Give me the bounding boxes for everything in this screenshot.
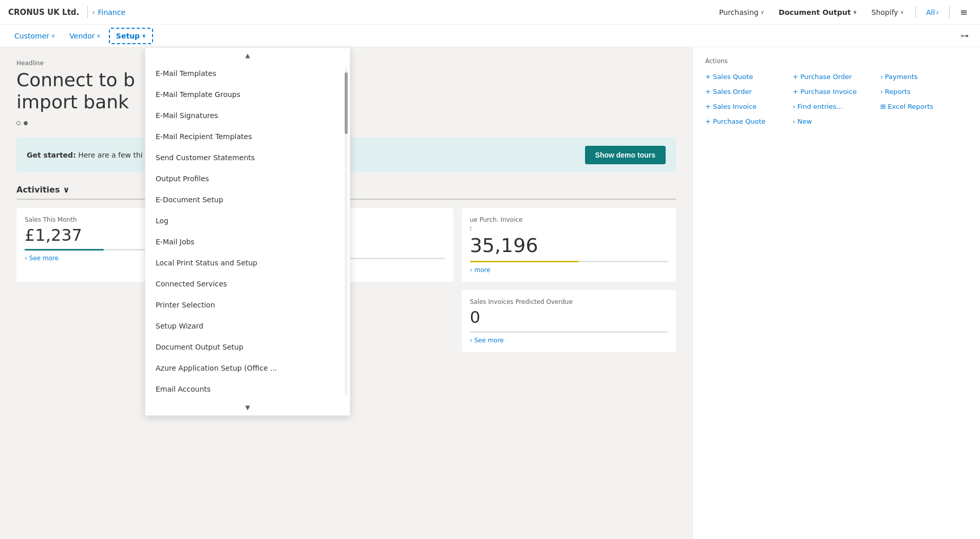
see-more-label-0: See more — [29, 255, 59, 262]
nav-setup[interactable]: Setup ∨ — [109, 28, 153, 44]
dropdown-item-output-profiles[interactable]: Output Profiles — [145, 168, 350, 189]
activity-sublabel-2: t — [470, 225, 668, 232]
nav-customer[interactable]: Customer ∨ — [8, 29, 61, 43]
see-more-2[interactable]: › more — [470, 266, 668, 274]
dropdown-item-email-template-groups[interactable]: E-Mail Template Groups — [145, 84, 350, 105]
activity-label-2: ue Purch. Invoice — [470, 216, 668, 223]
dropdown-item-email-jobs[interactable]: E-Mail Jobs — [145, 232, 350, 253]
top-nav-bar: CRONUS UK Ltd. ‹ Finance Purchasing ∨ Do… — [0, 0, 980, 25]
dropdown-item-document-output-setup[interactable]: Document Output Setup — [145, 337, 350, 358]
nav-all[interactable]: All › — [922, 5, 943, 20]
action-sales-order[interactable]: + Sales Order — [705, 86, 793, 98]
shopify-chevron-icon: ∨ — [900, 9, 904, 15]
dropdown-item-connected-services[interactable]: Connected Services — [145, 274, 350, 295]
activity-bar-3 — [470, 331, 668, 333]
reports-label: Reports — [885, 88, 911, 95]
sales-quote-icon: + — [705, 73, 711, 81]
action-sales-invoice[interactable]: + Sales Invoice — [705, 101, 793, 112]
scroll-down-button[interactable]: ▼ — [145, 400, 350, 415]
payments-label: Payments — [885, 73, 918, 81]
activity-bar-2 — [470, 261, 668, 262]
company-name: CRONUS UK Ltd. — [8, 8, 79, 17]
purchase-invoice-label: Purchase Invoice — [800, 88, 857, 95]
dropdown-item-email-templates[interactable]: E-Mail Templates — [145, 63, 350, 84]
see-more-label-2: more — [474, 266, 490, 274]
main-content: Headline Connect to bimport bank Get sta… — [0, 47, 980, 539]
show-demo-tours-button[interactable]: Show demo tours — [585, 146, 666, 164]
customer-label: Customer — [14, 32, 49, 40]
breadcrumb-chevron-icon: ‹ — [92, 8, 95, 16]
action-purchase-quote[interactable]: + Purchase Quote — [705, 116, 793, 127]
activity-label-3: Sales Invoices Predicted Overdue — [470, 298, 668, 305]
dropdown-item-email-accounts[interactable]: Email Accounts — [145, 379, 350, 400]
dropdown-item-email-recipient-templates[interactable]: E-Mail Recipient Templates — [145, 126, 350, 147]
nav-separator-2 — [949, 6, 950, 18]
hamburger-menu-button[interactable]: ≡ — [956, 4, 972, 21]
right-nav: Purchasing ∨ Document Output ∨ Shopify ∨… — [714, 4, 972, 21]
activity-value-2: 35,196 — [470, 234, 668, 257]
nav-breadcrumb[interactable]: ‹ Finance — [92, 8, 125, 16]
action-purchase-invoice[interactable]: + Purchase Invoice — [793, 86, 880, 98]
purchasing-label: Purchasing — [719, 8, 759, 16]
action-reports[interactable]: › Reports — [880, 86, 968, 98]
customer-chevron-icon: ∨ — [51, 33, 55, 38]
shopify-label: Shopify — [872, 8, 898, 16]
purchasing-chevron-icon: ∨ — [761, 9, 764, 15]
purchase-quote-icon: + — [705, 118, 711, 125]
carousel-dot-2[interactable] — [24, 121, 28, 125]
dropdown-item-local-print-status[interactable]: Local Print Status and Setup — [145, 253, 350, 274]
activity-bar-fill-2 — [470, 261, 579, 262]
action-excel-reports[interactable]: ⊞ Excel Reports — [880, 101, 968, 112]
dropdown-item-setup-wizard[interactable]: Setup Wizard — [145, 316, 350, 337]
purchase-order-label: Purchase Order — [800, 73, 852, 81]
dropdown-item-email-signatures[interactable]: E-Mail Signatures — [145, 105, 350, 126]
sales-order-label: Sales Order — [713, 88, 752, 95]
nav-document-output[interactable]: Document Output ∨ — [774, 5, 862, 20]
breadcrumb-finance[interactable]: Finance — [98, 8, 125, 16]
excel-reports-label: Excel Reports — [888, 103, 933, 110]
action-new[interactable]: › New — [793, 116, 880, 127]
second-nav-bar: Customer ∨ Vendor ∨ Setup ∨ ⊶ — [0, 25, 980, 47]
scroll-track — [345, 67, 348, 396]
new-label: New — [798, 118, 812, 125]
action-purchase-order[interactable]: + Purchase Order — [793, 71, 880, 83]
new-icon: › — [793, 118, 795, 125]
dropdown-item-printer-selection[interactable]: Printer Selection — [145, 295, 350, 316]
see-more-chevron-icon-0: › — [25, 255, 27, 262]
reports-icon: › — [880, 88, 883, 95]
see-more-3[interactable]: › See more — [470, 337, 668, 344]
setup-chevron-icon: ∨ — [142, 33, 146, 38]
get-started-prefix: Get started: — [27, 151, 76, 159]
activity-bar-fill-0 — [25, 249, 104, 251]
dropdown-item-azure-application-setup[interactable]: Azure Application Setup (Office ... — [145, 358, 350, 379]
see-more-chevron-icon-3: › — [470, 337, 473, 344]
document-output-chevron-icon: ∨ — [853, 9, 857, 15]
dropdown-item-send-customer-statements[interactable]: Send Customer Statements — [145, 147, 350, 168]
dropdown-item-log[interactable]: Log — [145, 210, 350, 232]
purchase-order-icon: + — [793, 73, 798, 81]
dropdown-item-edocument-setup[interactable]: E-Document Setup — [145, 189, 350, 210]
scroll-up-button[interactable]: ▲ — [145, 48, 350, 63]
get-started-description: Here are a few thi — [78, 151, 142, 159]
action-sales-quote[interactable]: + Sales Quote — [705, 71, 793, 83]
scroll-thumb[interactable] — [345, 72, 348, 134]
sales-invoice-icon: + — [705, 103, 711, 110]
nav-vendor[interactable]: Vendor ∨ — [63, 29, 107, 43]
actions-panel: Actions + Sales Quote + Purchase Order ›… — [692, 47, 980, 539]
excel-reports-icon: ⊞ — [880, 103, 886, 110]
dropdown-scroll-area: E-Mail Templates E-Mail Template Groups … — [145, 63, 350, 400]
pin-icon[interactable]: ⊶ — [957, 28, 972, 44]
setup-dropdown-menu: ▲ E-Mail Templates E-Mail Template Group… — [145, 47, 350, 416]
get-started-text: Get started: Here are a few thi — [27, 151, 143, 159]
carousel-dot-1[interactable] — [16, 121, 21, 125]
actions-grid: + Sales Quote + Purchase Order › Payment… — [705, 71, 968, 127]
nav-purchasing[interactable]: Purchasing ∨ — [714, 5, 769, 20]
activity-value-3: 0 — [470, 307, 668, 327]
see-more-chevron-icon-2: › — [470, 266, 473, 274]
nav-shopify[interactable]: Shopify ∨ — [866, 5, 909, 20]
action-find-entries[interactable]: › Find entries... — [793, 101, 880, 112]
all-label: All — [926, 8, 935, 16]
purchase-quote-label: Purchase Quote — [713, 118, 766, 125]
action-payments[interactable]: › Payments — [880, 71, 968, 83]
purchase-invoice-icon: + — [793, 88, 798, 95]
